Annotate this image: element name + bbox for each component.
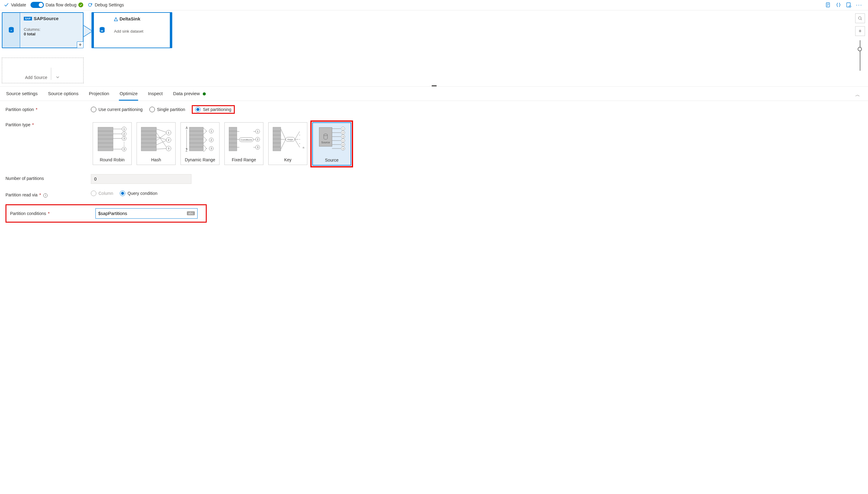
input-partition-conditions-wrapper: abc xyxy=(95,208,197,218)
tab-source-settings[interactable]: Source settings xyxy=(5,89,38,101)
svg-rect-39 xyxy=(189,127,204,131)
svg-text:1: 1 xyxy=(168,131,169,134)
flow-arrow-icon xyxy=(83,25,92,37)
tab-projection[interactable]: Projection xyxy=(88,89,110,101)
svg-text:Keys: Keys xyxy=(288,138,293,141)
canvas-tools: + xyxy=(855,14,865,71)
tab-data-preview[interactable]: Data preview xyxy=(173,89,207,101)
radio-set-partitioning[interactable]: Set partitioning xyxy=(195,107,231,112)
radio-query-condition[interactable]: Query condition xyxy=(120,191,157,196)
tile-round-robin[interactable]: 1233 Round Robin xyxy=(93,122,132,165)
more-icon[interactable]: ··· xyxy=(856,2,862,7)
svg-text:2: 2 xyxy=(210,138,212,141)
input-num-partitions[interactable] xyxy=(91,174,191,184)
svg-text:Source: Source xyxy=(321,141,330,144)
sink-title: △ DeltaSink xyxy=(114,16,166,22)
chevron-down-icon: ⌄ xyxy=(55,72,60,80)
tab-inspect[interactable]: Inspect xyxy=(147,89,163,101)
label-partition-read-via: Partition read via xyxy=(5,192,38,197)
svg-point-73 xyxy=(300,135,300,135)
highlight-set-partitioning: Set partitioning xyxy=(192,105,234,114)
search-canvas-button[interactable] xyxy=(855,14,865,23)
svg-point-24 xyxy=(124,145,124,146)
check-icon xyxy=(4,2,9,7)
validate-label: Validate xyxy=(11,2,26,7)
svg-rect-56 xyxy=(229,147,237,151)
svg-point-74 xyxy=(300,139,300,140)
info-icon[interactable]: i xyxy=(43,193,47,197)
add-source-placeholder[interactable]: Add Source ⌄ xyxy=(2,58,83,83)
input-partition-conditions[interactable] xyxy=(98,211,185,216)
svg-rect-29 xyxy=(141,143,156,147)
validate-button[interactable]: Validate xyxy=(4,2,26,7)
collapse-panel-button[interactable]: ︿ xyxy=(855,92,863,98)
source-meta: Columns: 0 total xyxy=(24,27,79,36)
svg-text:1: 1 xyxy=(342,128,344,130)
svg-point-23 xyxy=(124,144,124,144)
svg-rect-25 xyxy=(141,127,156,131)
svg-rect-40 xyxy=(189,131,204,135)
svg-text:3: 3 xyxy=(123,148,125,151)
source-title-text: SAPSource xyxy=(34,16,59,21)
svg-rect-12 xyxy=(98,143,113,147)
source-node-icon xyxy=(2,13,20,48)
svg-rect-68 xyxy=(273,139,281,143)
braces-icon[interactable] xyxy=(836,2,841,7)
svg-text:1: 1 xyxy=(342,139,344,142)
toolbar: Validate Data flow debug Debug Settings … xyxy=(0,0,868,10)
settings-doc-icon[interactable] xyxy=(846,2,851,7)
hash-icon: 123 xyxy=(139,125,173,154)
node-sink[interactable]: △ DeltaSink Add sink dataset xyxy=(92,12,172,48)
svg-rect-41 xyxy=(189,135,204,139)
add-source-label: Add Source xyxy=(25,75,47,80)
zoom-in-button[interactable]: + xyxy=(855,26,865,36)
success-icon xyxy=(78,2,83,7)
node-source[interactable]: SAP SAPSource Columns: 0 total + xyxy=(2,12,83,48)
svg-text:3: 3 xyxy=(210,147,212,150)
svg-rect-51 xyxy=(229,127,237,131)
debug-toggle[interactable]: Data flow debug xyxy=(31,2,83,8)
svg-point-7 xyxy=(859,17,861,20)
radio-column: Column xyxy=(91,191,113,196)
tile-fixed-range[interactable]: Conditions 123 Fixed Range xyxy=(225,122,264,165)
tile-source[interactable]: Source 123 123 Source xyxy=(312,122,351,166)
tile-key[interactable]: Keys n Key xyxy=(268,122,307,165)
svg-text:2: 2 xyxy=(342,143,344,146)
svg-text:n: n xyxy=(303,146,304,149)
label-partition-conditions: Partition conditions xyxy=(10,211,46,216)
svg-rect-26 xyxy=(141,131,156,135)
code-script-icon[interactable] xyxy=(825,2,831,7)
svg-rect-27 xyxy=(141,135,156,139)
svg-text:3: 3 xyxy=(168,147,169,150)
label-partition-type: Partition type xyxy=(5,122,31,127)
svg-text:1: 1 xyxy=(123,128,125,131)
delta-icon: △ xyxy=(114,16,118,22)
add-transform-button[interactable]: + xyxy=(77,41,83,48)
tab-source-options[interactable]: Source options xyxy=(47,89,79,101)
dataflow-canvas[interactable]: SAP SAPSource Columns: 0 total + △ Delta… xyxy=(0,10,868,86)
radio-single-partition[interactable]: Single partition xyxy=(149,107,185,112)
svg-text:2: 2 xyxy=(257,138,258,141)
partition-type-tiles: 1233 Round Robin xyxy=(91,120,863,167)
svg-rect-9 xyxy=(98,131,113,135)
svg-text:2: 2 xyxy=(342,131,344,134)
highlight-source-tile: Source 123 123 Source xyxy=(310,120,353,167)
svg-point-4 xyxy=(850,6,850,7)
zoom-slider[interactable] xyxy=(860,40,861,71)
round-robin-icon: 1233 xyxy=(95,125,129,154)
tab-optimize[interactable]: Optimize xyxy=(119,89,138,101)
status-dot-icon xyxy=(203,92,206,95)
svg-rect-55 xyxy=(229,143,237,147)
svg-text:3: 3 xyxy=(123,137,125,140)
svg-text:A: A xyxy=(186,126,188,130)
svg-rect-10 xyxy=(98,135,113,139)
svg-rect-66 xyxy=(273,131,281,135)
label-num-partitions: Number of partitions xyxy=(5,176,44,181)
tile-dynamic-range[interactable]: AZ 123 Dynamic xyxy=(180,122,219,165)
tile-hash[interactable]: 123 Hash xyxy=(137,122,176,165)
svg-point-22 xyxy=(124,142,124,143)
debug-settings-button[interactable]: Debug Settings xyxy=(88,2,124,7)
param-type-chip: abc xyxy=(187,211,195,215)
radio-use-current[interactable]: Use current partitioning xyxy=(91,107,143,112)
row-partition-conditions: Partition conditions * abc xyxy=(5,204,863,223)
